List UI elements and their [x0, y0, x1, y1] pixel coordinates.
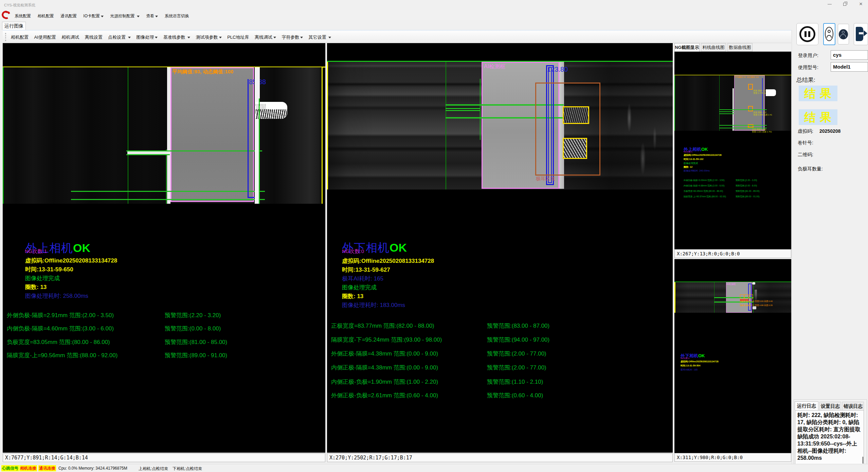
mini-defect-box-2 — [748, 106, 753, 111]
menu-view[interactable]: 查看 — [146, 13, 158, 19]
mini2-defect-label-1: 极耳 面积:3.29 宽度:5.93 高度:0.40 — [741, 300, 773, 303]
model-field[interactable]: Model1 — [831, 62, 868, 72]
right-camera-view[interactable]: AI检测框 123.80 极耳区域 外下相机OK NG次数:0 虚拟码:Offl… — [327, 43, 673, 453]
tool-other-settings[interactable]: 其它设置 — [309, 34, 331, 40]
title-bar: CYS-视觉检测系统 × — [0, 0, 868, 10]
ai-box-label: AI检测框 — [484, 63, 505, 70]
mini-green-hline-3 — [719, 113, 734, 114]
restore-button[interactable] — [839, 0, 851, 9]
tab-data-curve[interactable]: 数据曲线图 — [727, 43, 753, 52]
log-tab-error[interactable]: 错误日志 — [842, 402, 864, 411]
mini-mrow: 隔膜宽度-上=90.57mm 范围:(88.00 - 92.00) — [684, 195, 726, 198]
ng-mini-top-view[interactable]: 平均阈值:93, 动态阈值:100 亮斑 面积:1.236宽度:1.775 高度… — [674, 52, 791, 249]
green-vline-b — [480, 79, 481, 140]
chevron-down-icon — [219, 37, 222, 38]
mini-tab-blob — [766, 89, 776, 96]
white-strip-left — [167, 67, 170, 204]
tab-line-curve[interactable]: 料线曲线图 — [701, 43, 726, 52]
tool-camera-debug[interactable]: 相机调试 — [61, 34, 79, 40]
tab-blob — [256, 102, 287, 119]
minimize-button[interactable] — [824, 0, 835, 9]
users-icon-head — [842, 31, 845, 34]
tab-run-image[interactable]: 运行图像 — [2, 22, 26, 30]
virtual-code: 虚拟码:Offline20250208133134728 — [342, 257, 434, 265]
mini-bottom-status: X:311;Y:980;R:0;G:0;B:0 — [674, 453, 791, 462]
users-button[interactable] — [838, 24, 849, 44]
log-tab-run[interactable]: 运行日志 — [795, 401, 818, 410]
log-tab-setting[interactable]: 设置日志 — [819, 402, 841, 411]
mini2-ai-time: 极耳AI耗时: 165 — [681, 368, 698, 371]
measure-row: 内侧正极-隔膜=4.38mm 范围:(0.00 - 9.00) — [331, 364, 438, 371]
user-icon-body — [827, 35, 832, 38]
user-button[interactable] — [823, 23, 835, 45]
mini2-defect-label-2: 极耳 面积:2.74 宽度:4.88 高度:0.35 — [741, 304, 773, 307]
toolbar-grip[interactable] — [5, 33, 6, 41]
left-green-border — [3, 67, 4, 204]
measure-row: 隔膜宽度-上=90.56mm 范围:(88.00 - 92.00) — [7, 351, 117, 359]
menu-system-config[interactable]: 系统配置 — [15, 13, 31, 19]
tool-ai-config[interactable]: AI使用配置 — [34, 34, 56, 40]
measure-warn: 预警范围:(83.00 - 87.00) — [487, 322, 549, 330]
tool-camera-config[interactable]: 相机配置 — [11, 34, 29, 40]
tab-highlight-box-2 — [563, 138, 587, 159]
lower-camera-status: 下相机:点检结束 — [173, 466, 202, 472]
mini-green-hline-4 — [719, 125, 767, 126]
tool-char-params[interactable]: 字符参数 — [282, 34, 303, 40]
green-hline-3 — [71, 191, 265, 192]
login-user-field[interactable]: cys — [831, 50, 868, 60]
pause-bar-left — [804, 31, 807, 37]
green-hline-4 — [71, 199, 265, 200]
pause-button[interactable] — [796, 23, 818, 45]
ng-mini-bottom-view[interactable]: AI检测框 极耳 面积:3.29 宽度:5.93 高度:0.40 极耳 面积:2… — [674, 259, 791, 453]
pause-icon — [799, 26, 815, 42]
left-camera-view[interactable]: 平均阈值:93, 动态阈值:100 85.88 外上相机OK NG次数:1 虚拟… — [3, 43, 325, 453]
yellow-right-edge — [322, 67, 323, 204]
menu-language-switch[interactable]: 系统语言切换 — [165, 13, 189, 19]
chevron-down-icon — [128, 37, 131, 38]
tab-blob-texture-2 — [256, 104, 266, 111]
mini2-defect-1 — [740, 294, 744, 299]
tab-ng-display[interactable]: NG截图显示 — [674, 43, 700, 52]
mini-mwarn: 预警范围:(2.20 - 3.20) — [736, 179, 757, 182]
menu-light-config[interactable]: 光源控制配置 — [110, 13, 139, 19]
process-done: 图像处理完成 — [342, 284, 377, 291]
roll-label: 卷针号: — [798, 140, 813, 146]
measure-row: 内侧正极-负极=1.90mm 范围:(1.00 - 2.20) — [331, 378, 438, 386]
users-icon-body — [840, 34, 846, 37]
mini-blue-line — [762, 78, 763, 129]
chevron-down-icon — [155, 16, 158, 17]
green-vline-a — [446, 62, 446, 189]
cpu-memory-text: Cpu: 0.0% Memory: 3424.41796875M — [58, 466, 127, 471]
menu-camera-config[interactable]: 相机配置 — [37, 13, 54, 19]
ng-count: NG次数:0 — [342, 248, 364, 255]
mini-defect-label-3: 亮斑 面积:1.391宽度:1.221 高度:1.751 — [752, 128, 772, 133]
tool-testitem-params[interactable]: 测试项参数 — [196, 34, 222, 40]
measure-warn: 预警范围:(2.20 - 3.20) — [165, 311, 221, 319]
menu-io-config[interactable]: IO卡配置 — [83, 13, 104, 19]
menu-comm-config[interactable]: 通讯配置 — [60, 13, 77, 19]
minimize-icon — [828, 4, 832, 4]
time-label: 时间:13-31-59-627 — [342, 266, 390, 274]
close-button[interactable]: × — [855, 0, 867, 9]
tool-baseline-params[interactable]: 基准线参数 — [163, 34, 191, 40]
log-content[interactable]: 耗时: 222, 缺陷检测耗时: 17, 缺陷分类耗时: 0, 缺陷提取分区耗时… — [795, 410, 864, 465]
exit-button[interactable] — [854, 23, 868, 45]
tool-image-process[interactable]: 图像处理 — [136, 34, 158, 40]
chevron-down-icon — [328, 37, 331, 38]
heartbeat-chip: 心跳信号 — [1, 465, 19, 471]
vcode-value: 20250208 — [819, 128, 840, 134]
mini-loop: 圈数: 12 — [684, 165, 692, 169]
tool-plc-address[interactable]: PLC地址库 — [227, 34, 249, 40]
tool-offline-setting[interactable]: 离线设置 — [85, 34, 103, 40]
right-cursor-status: X:270;Y:2502;R:17;G:17;B:17 — [327, 453, 673, 462]
process-time: 图像处理耗时: 183.00ms — [342, 301, 405, 309]
tool-spotcheck-setting[interactable]: 点检设置 — [108, 34, 131, 40]
mini2-ng-count: NG次数:0 — [681, 357, 689, 360]
chevron-down-icon — [273, 37, 276, 38]
tool-offline-debug[interactable]: 离线调试 — [255, 34, 276, 40]
mini2-yellow-edge — [674, 282, 675, 313]
chevron-down-icon — [155, 37, 158, 38]
measure-row: 正极宽度=83.77mm 范围:(82.00 - 88.00) — [331, 322, 434, 330]
metal-highlights — [619, 97, 660, 179]
total-result-label: 总结果: — [796, 76, 815, 84]
